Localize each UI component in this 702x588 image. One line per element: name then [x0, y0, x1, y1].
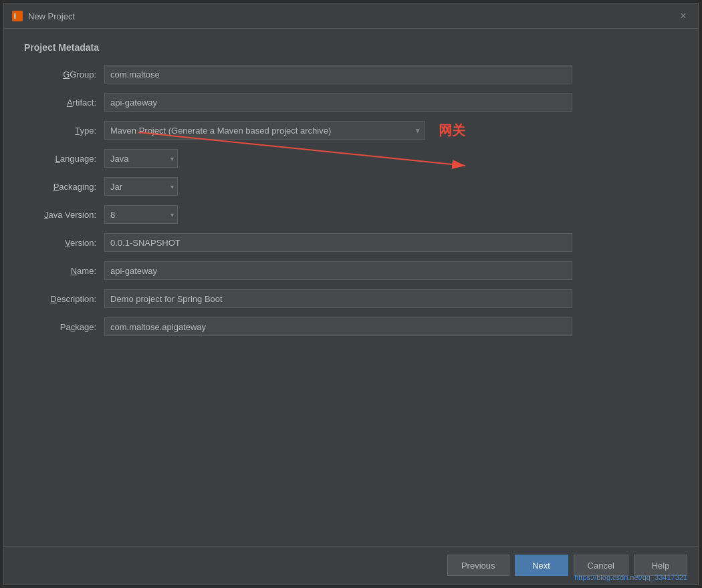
version-label: Version:: [24, 238, 104, 248]
packaging-row: Packaging: Jar War: [24, 177, 678, 196]
app-icon: I: [12, 11, 23, 21]
section-title: Project Metadata: [24, 42, 678, 53]
name-input[interactable]: [104, 261, 572, 280]
package-label: Package:: [24, 322, 104, 332]
description-row: Description:: [24, 289, 678, 308]
dialog-title: New Project: [28, 11, 677, 21]
footer-link: https://blog.csdn.net/qq_33417321: [574, 573, 687, 581]
version-input[interactable]: [104, 233, 572, 252]
previous-button[interactable]: Previous: [447, 555, 509, 576]
artifact-input[interactable]: [104, 93, 572, 112]
title-bar: I New Project ×: [4, 4, 698, 29]
language-row: Language: Java Kotlin Groovy: [24, 149, 678, 168]
group-label: GGroup:: [24, 69, 104, 80]
artifact-label: Artifact:: [24, 98, 104, 108]
type-label: Type:: [24, 126, 104, 136]
footer: Previous Next Cancel Help https://blog.c…: [4, 546, 698, 584]
java-version-select[interactable]: 8 11 17 21: [104, 205, 178, 224]
java-version-select-wrapper: 8 11 17 21: [104, 205, 178, 224]
java-version-label: Java Version:: [24, 210, 104, 220]
type-row: Type: Maven Project (Generate a Maven ba…: [24, 121, 678, 140]
name-row: Name:: [24, 261, 678, 280]
language-select-wrapper: Java Kotlin Groovy: [104, 149, 178, 168]
name-label: Name:: [24, 266, 104, 276]
java-version-row: Java Version: 8 11 17 21: [24, 205, 678, 224]
group-row: GGroup:: [24, 65, 678, 84]
svg-text:I: I: [14, 13, 16, 20]
packaging-select-wrapper: Jar War: [104, 177, 178, 196]
chinese-annotation: 网关: [439, 122, 465, 140]
packaging-label: Packaging:: [24, 182, 104, 192]
next-button[interactable]: Next: [515, 555, 568, 576]
type-select-container: Maven Project (Generate a Maven based pr…: [104, 121, 425, 140]
close-button[interactable]: ×: [677, 9, 690, 23]
group-input[interactable]: [104, 65, 572, 84]
package-row: Package:: [24, 317, 678, 336]
description-label: Description:: [24, 294, 104, 304]
language-select[interactable]: Java Kotlin Groovy: [104, 149, 178, 168]
new-project-dialog: I New Project × Project Metadata GGroup:…: [3, 3, 699, 585]
language-label: Language:: [24, 154, 104, 164]
description-input[interactable]: [104, 289, 572, 308]
type-select[interactable]: Maven Project (Generate a Maven based pr…: [104, 121, 425, 140]
dialog-content: Project Metadata GGroup: Artifact: Type:: [4, 29, 698, 546]
artifact-row: Artifact:: [24, 93, 678, 112]
version-row: Version:: [24, 233, 678, 252]
packaging-select[interactable]: Jar War: [104, 177, 178, 196]
type-select-wrapper: Maven Project (Generate a Maven based pr…: [104, 121, 572, 140]
package-input[interactable]: [104, 317, 572, 336]
